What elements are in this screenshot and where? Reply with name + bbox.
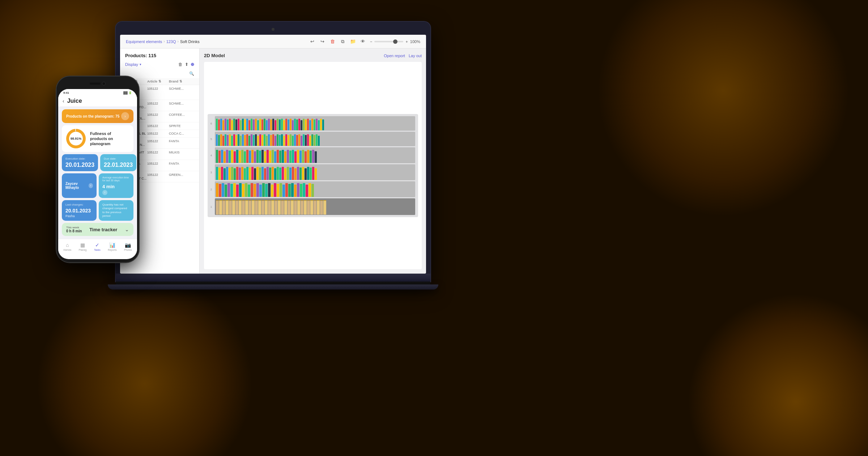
display-icons: 🗑 ⬆ ⊕ bbox=[178, 62, 194, 67]
eye-icon[interactable]: 👁 bbox=[360, 38, 366, 45]
redo-icon[interactable]: ↪ bbox=[319, 38, 326, 45]
undo-icon[interactable]: ↩ bbox=[309, 38, 316, 45]
last-changes-card: Last changes: 20.01.2023 Pasha bbox=[62, 200, 97, 221]
panel-upload-icon[interactable]: ⬆ bbox=[185, 62, 188, 67]
laptop-screen: Equipment elements › 123Q › Soft Drinks … bbox=[120, 35, 426, 274]
photos-icon: 📷 bbox=[125, 242, 131, 248]
breadcrumb-part2[interactable]: 123Q bbox=[166, 39, 176, 44]
products-count: Products: 115 bbox=[125, 53, 156, 58]
products-header: Products: 115 bbox=[120, 48, 199, 60]
bg-decoration-4 bbox=[687, 293, 868, 456]
nav-item-home[interactable]: ⌂ Homes bbox=[63, 242, 71, 251]
user-card: Zaycev Mihaylo i bbox=[62, 173, 97, 198]
fullness-card: 98.91% Fullness of products on planogram bbox=[62, 125, 133, 152]
user-info-icon[interactable]: i bbox=[89, 183, 93, 188]
back-arrow-icon[interactable]: ‹ bbox=[63, 98, 64, 104]
planogram-banner[interactable]: Products on the planogram: 75 › bbox=[62, 109, 133, 123]
zoom-plus[interactable]: + bbox=[405, 39, 408, 44]
due-date-label: Due date: bbox=[104, 157, 133, 160]
time-tracker-card[interactable]: This week 0 h 8 min Time tracker ⌄ bbox=[62, 223, 133, 236]
breadcrumb: Equipment elements › 123Q › Soft Drinks bbox=[126, 39, 200, 44]
dates-row: Execution date: 20.01.2023 Due date: 22.… bbox=[62, 154, 133, 171]
avg-value: 4 min bbox=[102, 184, 130, 189]
planeg-icon: ▦ bbox=[80, 242, 85, 248]
breadcrumb-part1[interactable]: Equipment elements bbox=[126, 39, 162, 44]
display-chevron[interactable]: ▾ bbox=[140, 63, 141, 66]
phone-front-camera bbox=[102, 82, 106, 85]
phone-outer: 9:41 ▓▓ 🔋 ‹ Juice Products on the planog… bbox=[56, 76, 139, 263]
laptop: Equipment elements › 123Q › Soft Drinks … bbox=[116, 22, 430, 290]
display-label[interactable]: Display bbox=[125, 62, 138, 67]
bg-decoration-2 bbox=[36, 275, 253, 456]
phone: 9:41 ▓▓ 🔋 ‹ Juice Products on the planog… bbox=[56, 76, 139, 263]
folder-icon[interactable]: 📁 bbox=[350, 38, 356, 45]
model-header: 2D Model Open report Lay out bbox=[204, 53, 422, 58]
toolbar-icons: ↩ ↪ 🗑 ⧉ 📁 👁 − + bbox=[309, 38, 420, 45]
execution-date-label: Execution date: bbox=[65, 157, 94, 160]
lay-out-link[interactable]: Lay out bbox=[409, 54, 422, 58]
phone-nav-header: ‹ Juice bbox=[58, 96, 137, 106]
copy-icon[interactable]: ⧉ bbox=[340, 38, 346, 45]
phone-notch bbox=[81, 80, 114, 88]
model-title: 2D Model bbox=[204, 53, 225, 58]
due-date-value: 22.01.2023 bbox=[104, 162, 133, 168]
laptop-camera bbox=[272, 28, 275, 31]
laptop-bottom bbox=[108, 284, 438, 290]
browser-content: Products: 115 Display ▾ 🗑 ⬆ ⊕ bbox=[120, 48, 426, 274]
zoom-slider[interactable] bbox=[374, 41, 403, 42]
qty-card: Quantity has not changed compared to the… bbox=[99, 200, 133, 221]
phone-status-bar: 9:41 ▓▓ 🔋 bbox=[58, 89, 137, 96]
this-week-label: This week bbox=[66, 226, 82, 229]
avg-card: Average execution time for last 30 days:… bbox=[99, 173, 133, 198]
breadcrumb-sep1: › bbox=[163, 39, 165, 43]
phone-bottom-nav: ⌂ Homes ▦ Planeg ✓ Tasks 📊 Reports bbox=[58, 239, 137, 253]
laptop-screen-outer: Equipment elements › 123Q › Soft Drinks … bbox=[116, 22, 430, 282]
th-brand: Brand ⇅ bbox=[169, 80, 194, 83]
zoom-slider-thumb bbox=[393, 39, 397, 44]
last-changes-date: 20.01.2023 bbox=[65, 208, 93, 214]
nav-item-photos[interactable]: 📷 Photos bbox=[124, 242, 132, 251]
nav-item-tasks[interactable]: ✓ Tasks bbox=[94, 242, 101, 251]
execution-date-card: Execution date: 20.01.2023 bbox=[62, 154, 98, 171]
avg-info-icon[interactable]: i bbox=[102, 190, 107, 195]
last-changes-user: Pasha bbox=[65, 214, 93, 218]
fullness-label: Fullness of products on planogram bbox=[90, 131, 129, 147]
zoom-value: 100% bbox=[410, 39, 420, 44]
laptop-browser: Equipment elements › 123Q › Soft Drinks … bbox=[120, 35, 426, 274]
laptop-base bbox=[116, 274, 430, 282]
right-panel: 2D Model Open report Lay out bbox=[200, 48, 426, 274]
user-row: Zaycev Mihaylo i Average execution time … bbox=[62, 173, 133, 198]
avg-label: Average execution time for last 30 days: bbox=[102, 176, 130, 182]
nav-item-planeg[interactable]: ▦ Planeg bbox=[79, 242, 87, 251]
nav-planeg-label: Planeg bbox=[79, 249, 87, 251]
home-icon: ⌂ bbox=[66, 242, 69, 248]
nav-tasks-label: Tasks bbox=[94, 249, 101, 251]
qty-text: Quantity has not changed compared to the… bbox=[102, 203, 130, 218]
panel-add-icon[interactable]: ⊕ bbox=[191, 62, 194, 67]
browser-toolbar: Equipment elements › 123Q › Soft Drinks … bbox=[120, 35, 426, 48]
banner-text: Products on the planogram: 75 bbox=[66, 114, 119, 118]
last-changes-label: Last changes: bbox=[65, 203, 93, 206]
phone-screen: 9:41 ▓▓ 🔋 ‹ Juice Products on the planog… bbox=[58, 89, 137, 259]
scene: Equipment elements › 123Q › Soft Drinks … bbox=[0, 0, 868, 456]
tasks-icon: ✓ bbox=[95, 242, 99, 248]
banner-arrow-icon: › bbox=[121, 112, 129, 120]
user-name: Zaycev Mihaylo bbox=[65, 182, 89, 190]
zoom-minus[interactable]: − bbox=[370, 39, 372, 44]
nav-item-reports[interactable]: 📊 Reports bbox=[108, 242, 117, 251]
laptop-notch-bar bbox=[120, 26, 426, 33]
model-links: Open report Lay out bbox=[384, 54, 422, 58]
due-date-card: Due date: 22.01.2023 bbox=[100, 154, 136, 171]
breadcrumb-part3[interactable]: Soft Drinks bbox=[180, 39, 200, 44]
panel-delete-icon[interactable]: 🗑 bbox=[178, 62, 183, 67]
status-icons: ▓▓ 🔋 bbox=[123, 91, 132, 94]
phone-page-title: Juice bbox=[67, 98, 82, 104]
open-report-link[interactable]: Open report bbox=[384, 54, 405, 58]
search-icon[interactable]: 🔍 bbox=[189, 71, 194, 76]
nav-reports-label: Reports bbox=[108, 249, 117, 251]
tracker-chevron-icon: ⌄ bbox=[125, 227, 129, 232]
nav-home-label: Homes bbox=[63, 249, 71, 251]
th-article: Article ⇅ bbox=[147, 80, 169, 83]
delete-icon[interactable]: 🗑 bbox=[329, 38, 336, 45]
donut-inner-value: 98.91% bbox=[69, 132, 83, 145]
